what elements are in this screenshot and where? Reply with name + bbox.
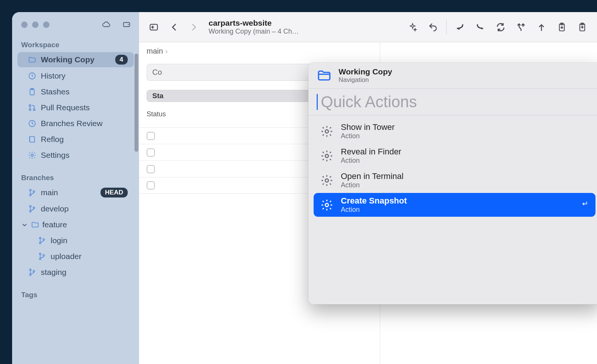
toggle-sidebar-button[interactable]	[144, 20, 163, 35]
branch-icon	[28, 188, 36, 197]
gear-icon	[320, 199, 333, 211]
close-window-button[interactable]	[21, 22, 28, 28]
disk-icon[interactable]	[122, 20, 131, 29]
sidebar-item-settings[interactable]: Settings	[17, 148, 134, 162]
stage-checkbox[interactable]	[147, 148, 155, 157]
review-icon	[28, 119, 36, 128]
branch-icon	[38, 252, 46, 261]
workspace-section-label: Workspace	[12, 37, 139, 51]
undo-button[interactable]	[424, 20, 442, 35]
folder-icon	[28, 56, 36, 64]
tags-section-label: Tags	[12, 287, 139, 301]
folder-icon	[31, 221, 39, 229]
stage-checkbox[interactable]	[147, 132, 155, 140]
branch-item-login[interactable]: login	[17, 233, 134, 248]
folder-open-icon	[317, 68, 332, 83]
breadcrumb-separator-icon: ›	[165, 47, 168, 56]
reflog-icon	[28, 135, 36, 143]
titlebar	[12, 12, 139, 37]
quick-actions-search[interactable]: Quick Actions	[308, 89, 597, 116]
quick-action-create-snapshot[interactable]: Create Snapshot Action	[314, 193, 595, 217]
gear-icon	[28, 151, 36, 159]
stashes-icon	[28, 88, 36, 96]
zoom-window-button[interactable]	[43, 22, 49, 28]
branch-icon	[28, 205, 36, 213]
quick-actions-search-input[interactable]: Quick Actions	[317, 94, 592, 110]
toolbar-title-block[interactable]: carparts-website Working Copy (main – 4 …	[209, 19, 307, 35]
nav-back-button[interactable]	[165, 20, 184, 35]
fetch-button[interactable]	[491, 20, 510, 35]
sidebar-item-history[interactable]: History	[17, 69, 134, 83]
branch-item-staging[interactable]: staging	[17, 265, 134, 279]
history-icon	[28, 72, 36, 80]
branch-folder-feature[interactable]: feature	[17, 217, 134, 232]
quick-action-show-in-tower[interactable]: Show in Tower Action	[314, 119, 595, 143]
toolbar-separator	[446, 20, 447, 35]
pull-request-icon	[28, 103, 36, 112]
window-controls	[21, 22, 49, 28]
main-pane: carparts-website Working Copy (main – 4 …	[139, 12, 597, 364]
app-window: Workspace Working Copy 4 History Stashes…	[12, 12, 597, 364]
sidebar-item-pull-requests[interactable]: Pull Requests	[17, 100, 134, 115]
nav-forward-button[interactable]	[184, 20, 203, 35]
quick-actions-results: Show in Tower Action Reveal in Finder Ac…	[308, 116, 597, 304]
sidebar: Workspace Working Copy 4 History Stashes…	[12, 12, 139, 364]
stash-pop-button[interactable]	[573, 20, 592, 35]
gear-icon	[320, 174, 333, 187]
stash-save-button[interactable]	[552, 20, 571, 35]
pull-button[interactable]	[450, 20, 469, 35]
repo-subtitle: Working Copy (main – 4 Ch…	[209, 28, 307, 35]
branch-item-main[interactable]: main HEAD	[17, 185, 134, 200]
branch-item-develop[interactable]: develop	[17, 202, 134, 216]
branch-icon	[28, 268, 36, 276]
quick-action-open-in-terminal[interactable]: Open in Terminal Action	[314, 168, 595, 192]
repo-title: carparts-website	[209, 19, 307, 28]
sidebar-item-stashes[interactable]: Stashes	[17, 85, 134, 99]
minimize-window-button[interactable]	[32, 22, 39, 28]
cloud-icon[interactable]	[101, 20, 111, 29]
push-button[interactable]	[471, 20, 490, 35]
gear-icon	[320, 125, 333, 138]
breadcrumb[interactable]: main ›	[139, 42, 380, 60]
quick-action-reveal-in-finder[interactable]: Reveal in Finder Action	[314, 144, 595, 168]
stage-checkbox[interactable]	[147, 165, 155, 173]
quick-actions-button[interactable]	[403, 20, 422, 35]
branch-icon	[38, 236, 46, 245]
gear-icon	[320, 150, 333, 162]
branch-item-uploader[interactable]: uploader	[17, 249, 134, 264]
changes-count-badge: 4	[115, 55, 128, 65]
quick-actions-header[interactable]: Working Copy Navigation	[308, 63, 597, 89]
head-badge: HEAD	[101, 188, 128, 197]
sidebar-item-branches-review[interactable]: Branches Review	[17, 116, 134, 131]
rebase-button[interactable]	[532, 20, 551, 35]
toolbar: carparts-website Working Copy (main – 4 …	[139, 12, 597, 42]
enter-key-icon	[580, 200, 589, 210]
sidebar-item-working-copy[interactable]: Working Copy 4	[17, 52, 134, 67]
merge-button[interactable]	[512, 20, 530, 35]
quick-actions-popover: Working Copy Navigation Quick Actions Sh…	[308, 63, 597, 304]
sidebar-scrollbar[interactable]	[135, 54, 138, 152]
stage-checkbox[interactable]	[147, 181, 155, 190]
chevron-down-icon	[21, 221, 28, 228]
sidebar-item-reflog[interactable]: Reflog	[17, 132, 134, 147]
branches-section-label: Branches	[12, 170, 139, 184]
